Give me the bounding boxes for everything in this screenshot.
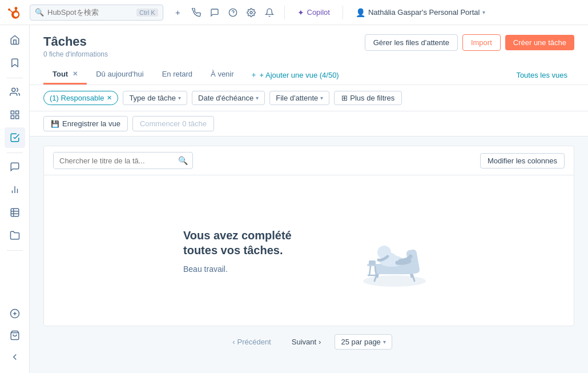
- page-title-section: Tâches 0 fiche d'informations: [43, 34, 108, 58]
- page-size-selector[interactable]: 25 par page ▾: [335, 334, 392, 350]
- tab-late[interactable]: En retard: [153, 65, 202, 85]
- import-button[interactable]: Import: [462, 34, 501, 51]
- all-views-button[interactable]: Toutes les vues: [509, 66, 574, 84]
- sidebar-item-messages[interactable]: [5, 157, 25, 177]
- svg-point-2: [11, 88, 15, 91]
- empty-state-illustration: [343, 210, 434, 291]
- app-layout: Tâches 0 fiche d'informations Gérer les …: [0, 25, 588, 373]
- settings-icon[interactable]: [243, 5, 259, 21]
- empty-state: Vous avez complété toutes vos tâches. Be…: [44, 175, 574, 326]
- portal-label: Nathália Gaspar's Personal Portal: [368, 8, 480, 17]
- svg-line-29: [369, 266, 370, 275]
- queue-chevron-icon: ▾: [320, 95, 323, 101]
- tab-today-label: Dû aujourd'hui: [96, 70, 143, 78]
- search-shortcut: Ctrl K: [136, 9, 158, 17]
- tab-all[interactable]: Tout ✕: [43, 65, 87, 85]
- more-filters-button[interactable]: ⊞ Plus de filtres: [334, 91, 402, 105]
- sidebar-item-table[interactable]: [5, 202, 25, 223]
- tab-add-view[interactable]: ＋ + Ajouter une vue (4/50): [243, 65, 346, 85]
- next-page-button[interactable]: Suivant ›: [285, 335, 328, 349]
- chip-close-icon[interactable]: ✕: [107, 94, 112, 102]
- table-toolbar: 🔍 Modifier les colonnes: [44, 146, 574, 175]
- table-area: 🔍 Modifier les colonnes Vous avez complé…: [30, 137, 588, 373]
- due-date-filter[interactable]: Date d'échéance ▾: [192, 91, 265, 105]
- nav-icons: +: [170, 5, 277, 21]
- page-header: Tâches 0 fiche d'informations Gérer les …: [30, 25, 588, 85]
- sidebar-item-bookmark[interactable]: [5, 53, 25, 73]
- sidebar-divider-3: [7, 250, 23, 251]
- sidebar-item-add[interactable]: [5, 303, 25, 324]
- empty-state-text: Vous avez complété toutes vos tâches. Be…: [183, 228, 309, 274]
- queue-filter[interactable]: File d'attente ▾: [269, 91, 329, 105]
- prev-page-button[interactable]: ‹ Précédent: [225, 335, 278, 349]
- action-bar: 💾 Enregistrer la vue Commencer 0 tâche: [30, 111, 588, 137]
- search-bar[interactable]: 🔍 Ctrl K: [30, 5, 163, 21]
- sidebar-bottom: [5, 303, 25, 368]
- svg-rect-4: [15, 111, 18, 114]
- save-view-icon: 💾: [51, 120, 59, 128]
- sidebar-item-grid[interactable]: [5, 105, 25, 125]
- responsible-filter-label: (1) Responsable: [50, 94, 104, 102]
- header-actions: Gérer les files d'attente Import Créer u…: [365, 34, 574, 51]
- search-input[interactable]: [47, 8, 133, 17]
- task-type-filter[interactable]: Type de tâche ▾: [123, 91, 187, 105]
- svg-rect-6: [15, 116, 18, 119]
- create-task-button[interactable]: Créer une tâche: [505, 35, 574, 50]
- due-date-chevron-icon: ▾: [256, 95, 259, 101]
- responsible-filter-chip[interactable]: (1) Responsable ✕: [43, 91, 118, 105]
- pagination-bar: ‹ Précédent Suivant › 25 par page ▾: [43, 326, 574, 358]
- svg-rect-3: [11, 111, 14, 114]
- chat-icon[interactable]: [207, 5, 223, 21]
- table-search-wrap[interactable]: 🔍: [53, 152, 193, 169]
- tab-upcoming-label: À venir: [211, 70, 233, 78]
- add-button[interactable]: +: [170, 5, 186, 21]
- sidebar-item-collapse[interactable]: [5, 347, 25, 367]
- prev-icon: ‹: [232, 338, 235, 346]
- portal-chevron-icon: ▾: [482, 9, 485, 15]
- sidebar-item-folder[interactable]: [5, 225, 25, 246]
- sidebar-item-store[interactable]: [5, 325, 25, 346]
- table-search-icon: 🔍: [174, 153, 192, 169]
- copilot-label: Copilot: [307, 8, 330, 17]
- empty-state-subtitle: Beau travail.: [183, 264, 309, 274]
- tab-all-label: Tout: [53, 70, 68, 78]
- sidebar-item-home[interactable]: [5, 30, 25, 50]
- top-navigation: 🔍 Ctrl K + ✦ Copilot 👤 Nathália Gaspar's…: [0, 0, 588, 25]
- sidebar-item-reports[interactable]: [5, 179, 25, 200]
- copilot-icon: ✦: [297, 8, 304, 17]
- help-icon[interactable]: [225, 5, 241, 21]
- next-icon: ›: [319, 338, 321, 346]
- manage-queues-button[interactable]: Gérer les files d'attente: [365, 34, 458, 51]
- search-icon: 🔍: [35, 8, 44, 17]
- tab-all-close-icon[interactable]: ✕: [73, 70, 78, 78]
- copilot-button[interactable]: ✦ Copilot: [292, 6, 336, 19]
- filter-bar: (1) Responsable ✕ Type de tâche ▾ Date d…: [30, 85, 588, 111]
- edit-columns-button[interactable]: Modifier les colonnes: [480, 153, 565, 169]
- sidebar-item-contacts[interactable]: [5, 82, 25, 102]
- more-filters-icon: ⊞: [341, 94, 348, 102]
- table-search-input[interactable]: [54, 153, 174, 169]
- queue-label: File d'attente: [276, 94, 318, 102]
- page-size-label: 25 par page: [341, 338, 380, 346]
- task-type-chevron-icon: ▾: [178, 95, 181, 101]
- svg-point-18: [363, 275, 426, 287]
- task-type-label: Type de tâche: [129, 94, 176, 102]
- empty-state-title: Vous avez complété toutes vos tâches.: [183, 228, 309, 258]
- sidebar-item-tasks[interactable]: [5, 127, 25, 148]
- table-container: 🔍 Modifier les colonnes Vous avez complé…: [43, 146, 574, 326]
- sidebar-divider-1: [7, 78, 23, 78]
- portal-icon: 👤: [356, 8, 365, 17]
- tab-add-icon: ＋: [250, 70, 257, 80]
- tab-late-label: En retard: [162, 70, 192, 78]
- sidebar: [0, 25, 30, 373]
- portal-button[interactable]: 👤 Nathália Gaspar's Personal Portal ▾: [350, 6, 491, 19]
- tabs-row: Tout ✕ Dû aujourd'hui En retard À venir …: [43, 65, 574, 85]
- start-task-button[interactable]: Commencer 0 tâche: [132, 116, 214, 131]
- phone-icon[interactable]: [188, 5, 204, 21]
- tab-today[interactable]: Dû aujourd'hui: [87, 65, 152, 85]
- notifications-icon[interactable]: [261, 5, 277, 21]
- nav-divider: [284, 6, 285, 19]
- save-view-button[interactable]: 💾 Enregistrer la vue: [43, 116, 128, 131]
- hubspot-logo[interactable]: [7, 5, 23, 21]
- tab-upcoming[interactable]: À venir: [202, 65, 243, 85]
